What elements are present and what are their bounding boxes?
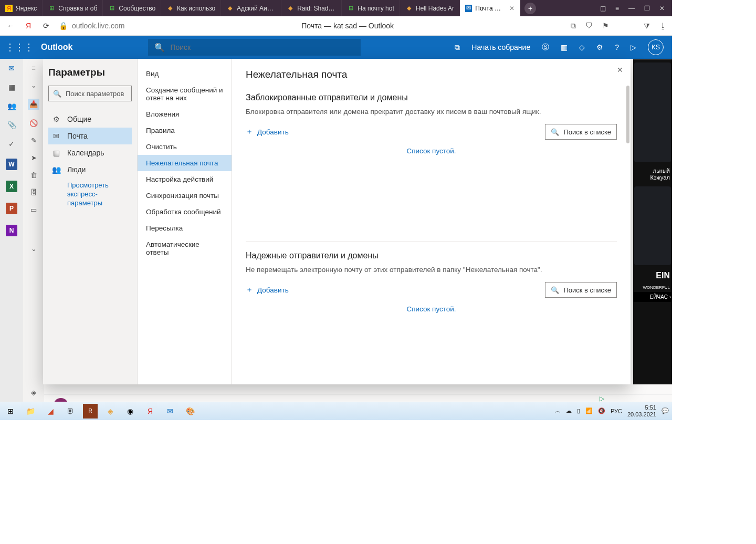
chrome-icon[interactable]: ◉ [123,404,138,419]
account-avatar[interactable]: KS [648,39,664,55]
settings-nav-item[interactable]: ✉Почта [48,128,132,144]
browser-tab[interactable]: ◆Raid: Shadow [281,0,342,16]
game-icon[interactable]: R [83,404,98,419]
settings-nav-item[interactable]: ⚙Общие [48,111,132,128]
app-launcher-icon[interactable]: ⋮⋮⋮ [5,41,34,53]
tab-close-icon[interactable]: ✕ [509,5,514,12]
settings-nav-item[interactable]: 👥Люди [48,161,132,178]
settings-subnav-item[interactable]: Вид [138,66,232,82]
people-app-icon[interactable]: 👥 [7,102,16,110]
premium-icon[interactable]: ◇ [579,43,585,51]
archive-icon[interactable]: 🗄 [30,189,37,196]
tray-chevron-icon[interactable]: ︿ [555,407,561,415]
chevron-down-icon[interactable]: ⌄ [31,245,37,253]
maximize-icon[interactable]: ❐ [644,5,650,12]
close-window-icon[interactable]: ✕ [659,5,665,12]
yandex-icon[interactable]: Я [23,22,34,30]
settings-subnav-item[interactable]: Обработка сообщений [138,204,232,220]
skype-icon[interactable]: Ⓢ [542,43,549,52]
browser-tab[interactable]: ◆Адский Аид А [221,0,281,16]
settings-subnav-item[interactable]: Пересылка [138,220,232,236]
mail-icon[interactable]: ✉ [163,404,177,419]
settings-subnav-item[interactable]: Автоматические ответы [138,236,232,260]
meet-now-icon[interactable]: ⧉ [455,43,460,52]
new-tab-button[interactable]: + [524,3,536,14]
settings-subnav-item[interactable]: Синхронизация почты [138,187,232,204]
drafts-icon[interactable]: ✎ [31,137,37,144]
security-icon[interactable]: ⛨ [63,404,78,419]
search-safe-input[interactable]: 🔍 Поиск в списке [545,282,617,298]
upgrade-icon[interactable]: ◈ [31,389,36,396]
app-icon[interactable]: ◢ [43,404,58,419]
chevron-down-icon[interactable]: ⌄ [31,81,37,89]
excel-icon[interactable]: X [6,181,17,192]
add-blocked-button[interactable]: ＋ Добавить [246,127,289,137]
quick-settings-link[interactable]: Просмотреть экспресс-параметры [48,178,132,208]
settings-search[interactable]: 🔍 Поиск параметров [48,86,132,101]
browser-tab[interactable]: ✉Почта — k✕ [460,0,520,16]
yandex-browser-icon[interactable]: Я [143,404,158,419]
ad-sidebar[interactable]: льныйКэжуал EIN WONDERFUL ЕЙЧАС › [633,59,672,384]
wifi-icon[interactable]: 📶 [585,407,593,414]
start-button[interactable]: ⊞ [3,404,18,419]
sent-icon[interactable]: ➤ [31,154,37,162]
menu-icon[interactable]: ≡ [615,5,619,12]
announce-icon[interactable]: ▷ [631,43,636,51]
search-blocked-input[interactable]: 🔍 Поиск в списке [545,124,617,140]
battery-icon[interactable]: ▯ [577,407,580,414]
hamburger-icon[interactable]: ≡ [32,64,36,72]
back-icon[interactable]: ← [5,22,16,30]
plarium-icon[interactable]: ◈ [103,404,118,419]
files-app-icon[interactable]: 📎 [7,121,16,129]
powerpoint-icon[interactable]: P [6,203,17,214]
lang-indicator[interactable]: РУС [611,408,622,414]
downloads-icon[interactable]: ⭳ [659,22,667,30]
onedrive-icon[interactable]: ☁ [566,407,572,414]
browser-tab[interactable]: ⊞На почту hot [342,0,400,16]
taskbar-clock[interactable]: 5:51 20.03.2021 [627,404,656,417]
notes-icon[interactable]: ▭ [30,206,37,214]
deleted-icon[interactable]: 🗑 [30,171,37,179]
settings-subnav-item[interactable]: Настройка действий [138,171,232,187]
mail-app-icon[interactable]: ✉ [8,64,15,72]
settings-nav-item[interactable]: ▦Календарь [48,144,132,161]
panels-icon[interactable]: ◫ [600,5,606,12]
copy-icon[interactable]: ⧉ [571,22,576,30]
browser-tab[interactable]: ◆Как использо [161,0,221,16]
onenote-icon[interactable]: N [6,225,17,236]
browser-tab[interactable]: ◆Hell Hades Ar [400,0,460,16]
browser-tab[interactable]: ⊞Сообщество [103,0,161,16]
help-icon[interactable]: ? [615,43,619,51]
calendar-app-icon[interactable]: ▦ [8,83,15,91]
browser-tab[interactable]: ⊞Справка и об [43,0,103,16]
junk-icon[interactable]: 🚫 [29,119,38,127]
settings-subnav-item[interactable]: Вложения [138,106,232,122]
todo-app-icon[interactable]: ✓ [8,140,15,148]
minimize-icon[interactable]: — [628,5,635,12]
outlook-search-input[interactable] [170,43,354,51]
volume-icon[interactable]: 🔇 [598,407,605,414]
outlook-logo[interactable]: Outlook [41,43,72,52]
reload-icon[interactable]: ⟳ [41,22,51,30]
outlook-search[interactable]: 🔍 [148,39,361,56]
extensions-icon[interactable]: ⧩ [644,22,650,30]
shield-icon[interactable]: ⛉ [585,22,593,30]
paint-icon[interactable]: 🎨 [183,404,197,419]
url-box[interactable]: 🔒 outlook.live.com [59,22,124,30]
settings-subnav-item[interactable]: Создание сообщений и ответ на них [138,82,232,106]
action-center-icon[interactable]: 💬 [662,407,669,414]
settings-subnav-item[interactable]: Нежелательная почта [138,155,232,171]
explorer-icon[interactable]: 📁 [23,404,38,419]
close-dialog-button[interactable]: ✕ [617,66,623,74]
inbox-icon[interactable]: 📥 [28,99,39,110]
settings-gear-icon[interactable]: ⚙ [596,43,603,51]
word-icon[interactable]: W [6,159,17,170]
ad-cta-button[interactable]: ЕЙЧАС › [633,292,672,302]
add-safe-button[interactable]: ＋ Добавить [246,285,289,295]
browser-tab[interactable]: ЯЯндекс [0,0,43,16]
settings-subnav-item[interactable]: Очистить [138,139,232,155]
ad-triangle-icon[interactable]: ▷ [600,395,604,402]
start-meeting-link[interactable]: Начать собрание [471,43,530,51]
settings-subnav-item[interactable]: Правила [138,122,232,139]
planner-icon[interactable]: ▥ [561,43,568,51]
